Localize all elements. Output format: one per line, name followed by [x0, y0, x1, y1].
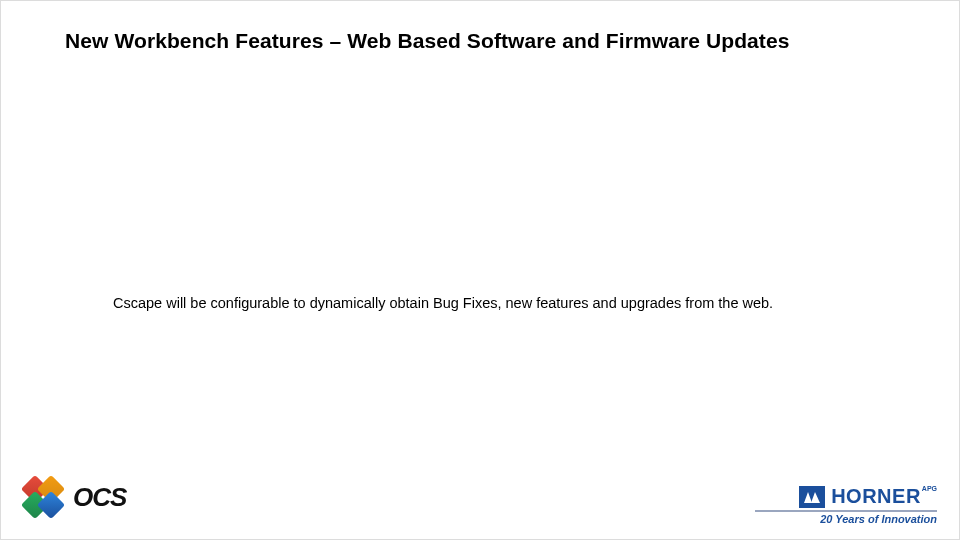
ocs-logo: OCS [21, 469, 161, 525]
horner-tagline: 20 Years of Innovation [755, 513, 937, 525]
slide: New Workbench Features – Web Based Softw… [0, 0, 960, 540]
horner-mark-icon [799, 486, 825, 508]
horner-suffix-text: APG [922, 485, 937, 492]
horner-logo-name: HORNERAPG [831, 485, 937, 508]
ocs-logo-text: OCS [73, 482, 126, 513]
horner-logo-top: HORNERAPG [755, 485, 937, 508]
slide-footer: OCS HORNERAPG 20 Years of Innovation [1, 457, 959, 539]
horner-divider [755, 510, 937, 512]
horner-brand-text: HORNER [831, 485, 921, 507]
horner-logo: HORNERAPG 20 Years of Innovation [755, 485, 937, 525]
slide-body-text: Cscape will be configurable to dynamical… [113, 295, 919, 311]
slide-title: New Workbench Features – Web Based Softw… [65, 29, 919, 53]
ocs-swirl-icon [21, 475, 65, 519]
